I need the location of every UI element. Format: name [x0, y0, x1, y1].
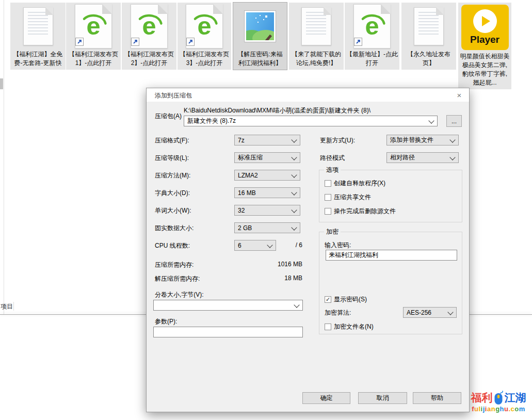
chevron-down-icon[interactable]: [449, 137, 455, 142]
path-mode-value: 相对路径: [390, 153, 415, 162]
cancel-button[interactable]: 取消: [358, 392, 407, 404]
checkbox[interactable]: [325, 180, 331, 187]
desktop-icon-publish-page-2[interactable]: e 【福利江湖发布页2】-点此打开: [122, 3, 176, 70]
desktop-icon-publish-page-1[interactable]: e 【福利江湖发布页1】-点此打开: [66, 3, 121, 70]
help-button[interactable]: 帮助: [413, 392, 461, 404]
checkbox[interactable]: [325, 208, 331, 215]
enter-password-label: 输入密码:: [325, 241, 351, 250]
checkbox[interactable]: [325, 194, 331, 201]
archive-name-combobox[interactable]: 新建文件夹 (8).7z: [184, 116, 438, 126]
cpu-threads-value: 6: [238, 242, 241, 249]
close-icon[interactable]: ×: [452, 89, 467, 101]
chevron-down-icon[interactable]: [294, 302, 299, 308]
method-combobox[interactable]: LZMA2: [234, 170, 300, 181]
dictionary-size-combobox[interactable]: 16 MB: [234, 187, 300, 198]
add-to-archive-dialog: 添加到压缩包 × 压缩包(A) K:\BaiduNetdiskDownload\…: [146, 88, 470, 412]
icon-label: 【福利江湖发布页2】-点此打开: [122, 50, 176, 70]
compress-shared-files-checkbox-row[interactable]: 压缩共享文件: [325, 193, 371, 202]
options-group-title: 选项: [324, 166, 341, 174]
method-label: 压缩方法(M):: [155, 171, 190, 180]
desktop-icon-video-file[interactable]: Player 明星颜值长相甜美极品美女第二弹,豹纹吊带丁字裤,翘起屁...: [458, 3, 511, 89]
chevron-down-icon[interactable]: [267, 242, 272, 248]
desktop-icon-permanent-address[interactable]: 【永久地址发布页】: [401, 3, 456, 70]
checkbox-checked[interactable]: ✓: [325, 296, 331, 303]
format-value: 7z: [238, 137, 245, 144]
ie-browser-icon: e: [186, 4, 223, 49]
ok-button[interactable]: 确定: [302, 392, 350, 404]
word-size-value: 32: [238, 207, 245, 214]
ie-e-logo-icon: e: [190, 12, 218, 40]
desktop-icon-unzip-password[interactable]: 【解压密码:来福利江湖找福利】: [233, 3, 287, 70]
level-combobox[interactable]: 标准压缩: [234, 152, 300, 163]
memory-decompress-value: 18 MB: [239, 274, 302, 282]
fulijianghu-watermark: 福利 江湖 fulijianghu.com: [465, 391, 532, 413]
text-document-icon: [414, 7, 444, 45]
desktop-icon-latest-address[interactable]: e 【最新地址】-点此打开: [345, 3, 399, 70]
shortcut-arrow-icon: [75, 38, 84, 48]
solid-block-size-value: 2 GB: [238, 224, 252, 232]
path-mode-combobox[interactable]: 相对路径: [386, 152, 459, 163]
encryption-method-value: AES-256: [407, 309, 431, 316]
chevron-down-icon[interactable]: [291, 224, 297, 230]
password-input[interactable]: [326, 250, 457, 261]
statusbar-items-text: 项目: [1, 302, 13, 311]
dialog-titlebar[interactable]: 添加到压缩包 ×: [147, 88, 469, 102]
volume-size-combobox[interactable]: [153, 300, 303, 311]
format-combobox[interactable]: 7z: [234, 135, 300, 146]
checkbox[interactable]: [325, 324, 331, 330]
delete-after-compression-checkbox-row[interactable]: 操作完成后删除源文件: [325, 207, 396, 216]
desktop-icon-publish-page-3[interactable]: e 【福利江湖发布页3】-点此打开: [178, 3, 231, 70]
ie-e-logo-icon: e: [358, 12, 386, 40]
icon-label: 【最新地址】-点此打开: [345, 50, 399, 70]
statusbar-separator: [13, 302, 14, 311]
memory-compress-value: 1016 MB: [239, 261, 302, 268]
desktop-icon-free-forum[interactable]: 【来了就能下载的论坛,纯免费!】: [289, 3, 344, 70]
encryption-group-title: 加密: [324, 228, 341, 236]
chevron-down-icon[interactable]: [291, 154, 297, 160]
ie-browser-icon: e: [353, 4, 391, 49]
parameters-input[interactable]: [153, 327, 303, 337]
word-size-combobox[interactable]: 32: [234, 205, 300, 216]
encrypt-filenames-checkbox-row[interactable]: 加密文件名(N): [325, 322, 374, 331]
update-mode-label: 更新方式(U):: [320, 136, 355, 145]
archive-name-value: 新建文件夹 (8).7z: [187, 117, 236, 125]
icon-label: 【永久地址发布页】: [401, 50, 456, 70]
cpu-threads-label: CPU 线程数:: [155, 241, 190, 250]
browse-button[interactable]: ...: [446, 115, 462, 127]
chevron-down-icon[interactable]: [291, 189, 297, 195]
desktop-icon-fulijianghu-readme[interactable]: 【福利江湖】全免费-无套路-更新快: [10, 3, 66, 70]
player-app-icon: Player: [461, 5, 509, 50]
shortcut-arrow-icon: [131, 38, 139, 48]
memory-compress-label: 压缩所需内存:: [155, 261, 194, 269]
cpu-threads-combobox[interactable]: 6: [234, 240, 276, 251]
solid-block-size-label: 固实数据大小:: [155, 224, 194, 233]
memory-decompress-label: 解压缩所需内存:: [155, 274, 200, 283]
photo-viewer-icon: [244, 10, 276, 42]
icon-label: 明星颜值长相甜美极品美女第二弹,豹纹吊带丁字裤,翘起屁...: [458, 52, 511, 89]
text-document-icon: [23, 7, 53, 45]
ie-browser-icon: e: [75, 4, 112, 49]
encryption-method-combobox[interactable]: AES-256: [403, 307, 457, 318]
chevron-down-icon[interactable]: [449, 154, 455, 160]
update-mode-combobox[interactable]: 添加并替换文件: [386, 135, 459, 146]
window-edge-line: [4, 0, 4, 314]
show-password-checkbox-row[interactable]: ✓ 显示密码(S): [325, 295, 367, 304]
chevron-down-icon[interactable]: [291, 137, 297, 142]
ie-e-logo-icon: e: [135, 12, 163, 40]
create-sfx-checkbox-row[interactable]: 创建自释放程序(X): [325, 179, 385, 188]
word-size-label: 单词大小(W):: [155, 206, 191, 215]
chevron-down-icon[interactable]: [291, 207, 297, 213]
icon-label: 【福利江湖发布页1】-点此打开: [66, 50, 121, 70]
chevron-down-icon[interactable]: [291, 172, 297, 177]
path-mode-label: 路径模式: [320, 154, 345, 163]
level-label: 压缩等级(L):: [155, 154, 189, 163]
dictionary-size-value: 16 MB: [238, 189, 256, 197]
parameters-label: 参数(P):: [155, 317, 177, 326]
solid-block-size-combobox[interactable]: 2 GB: [234, 222, 300, 233]
scrollbar-fragment[interactable]: [0, 78, 3, 89]
chevron-down-icon[interactable]: [447, 309, 453, 315]
volume-size-label: 分卷大小,字节(V):: [155, 290, 204, 299]
chevron-down-icon[interactable]: [428, 118, 434, 123]
shortcut-arrow-icon: [354, 38, 362, 48]
checkbox-label: 显示密码(S): [334, 295, 367, 304]
